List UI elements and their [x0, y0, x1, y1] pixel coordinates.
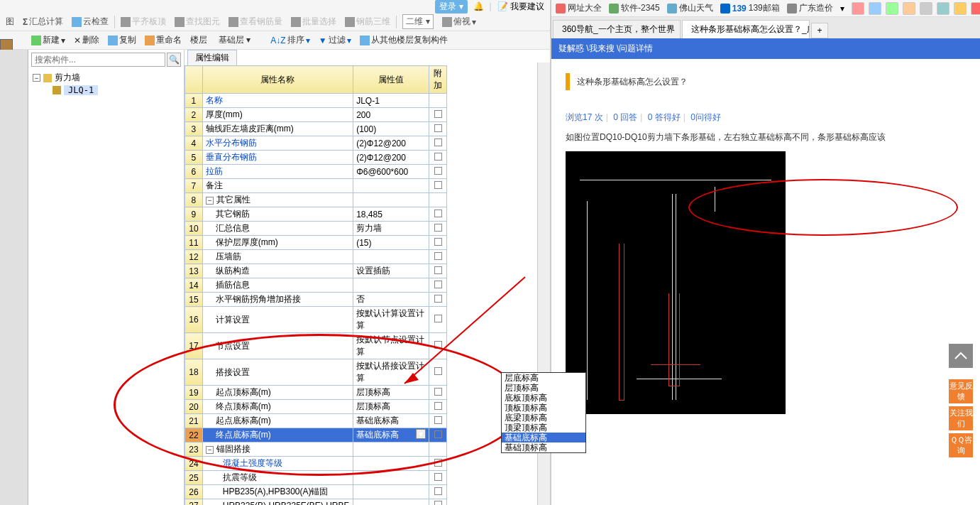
checkbox[interactable]: [434, 402, 442, 410]
property-value[interactable]: 按默认节点设置计算: [353, 333, 429, 359]
dropdown-arrow-icon[interactable]: ▾: [416, 429, 426, 439]
property-value[interactable]: 18,485: [353, 207, 429, 222]
checkbox[interactable]: [434, 459, 442, 467]
property-value[interactable]: 剪力墙: [353, 222, 429, 236]
property-value[interactable]: 200: [353, 108, 429, 122]
tool-copy-from[interactable]: 从其他楼层复制构件: [357, 33, 451, 48]
property-row[interactable]: 6拉筋Φ6@600*600: [185, 165, 447, 179]
checkbox[interactable]: [434, 124, 442, 132]
checkbox[interactable]: [434, 238, 442, 246]
search-input[interactable]: [31, 53, 165, 67]
checkbox[interactable]: [434, 266, 442, 274]
new-tab-button[interactable]: +: [811, 23, 828, 38]
group-expander-icon[interactable]: −: [206, 197, 214, 205]
property-value[interactable]: [353, 250, 429, 264]
ext-icon[interactable]: [920, 2, 932, 15]
property-row[interactable]: 2厚度(mm)200: [185, 108, 447, 122]
dropdown-option[interactable]: 顶板顶标高: [502, 403, 585, 413]
property-row[interactable]: 23−锚固搭接: [185, 442, 447, 457]
property-value[interactable]: [353, 471, 429, 485]
property-value[interactable]: 基础底标高▾: [353, 428, 429, 442]
property-row[interactable]: 27HRB335(B),HRB335E(BE),HRBF: [185, 499, 447, 506]
tool-filter[interactable]: ▼ 过滤 ▾: [316, 33, 354, 48]
follow-button[interactable]: 关注我们: [949, 406, 973, 430]
property-row[interactable]: 8−其它属性: [185, 193, 447, 207]
bookmark-item[interactable]: 139139邮箱: [720, 2, 780, 14]
property-row[interactable]: 1名称JLQ-1: [185, 94, 447, 108]
ext-icon[interactable]: [852, 2, 864, 15]
property-row[interactable]: 5垂直分布钢筋(2)Φ12@200: [185, 151, 447, 165]
property-value[interactable]: (2)Φ12@200: [353, 151, 429, 165]
feedback-button[interactable]: 意见反馈: [949, 379, 973, 403]
checkbox[interactable]: [434, 167, 442, 175]
meta-answers[interactable]: 0 回答: [613, 112, 637, 122]
property-value[interactable]: 层顶标高: [353, 400, 429, 414]
property-row[interactable]: 17节点设置按默认节点设置计算: [185, 333, 447, 359]
ext-icon[interactable]: [886, 2, 898, 15]
property-tab[interactable]: 属性编辑: [187, 50, 237, 65]
property-value[interactable]: (100): [353, 122, 429, 136]
dropdown-option[interactable]: 底梁顶标高: [502, 413, 585, 423]
search-button[interactable]: 🔍: [167, 53, 181, 67]
property-value[interactable]: Φ6@600*600: [353, 165, 429, 179]
checkbox[interactable]: [434, 487, 442, 495]
property-value[interactable]: 按默认搭接设置计算: [353, 359, 429, 386]
dropdown-option[interactable]: 底板顶标高: [502, 393, 585, 403]
browser-tab[interactable]: 360导航_一个主页，整个世界×: [553, 20, 681, 38]
property-value[interactable]: JLQ-1: [353, 94, 429, 108]
property-row[interactable]: 10汇总信息剪力墙: [185, 222, 447, 236]
property-row[interactable]: 20终点顶标高(m)层顶标高: [185, 400, 447, 414]
login-button[interactable]: 登录 ▾: [435, 0, 467, 13]
expand-icon[interactable]: −: [33, 74, 40, 82]
property-row[interactable]: 19起点顶标高(m)层顶标高: [185, 386, 447, 400]
scroll-top-button[interactable]: [949, 344, 973, 368]
ext-icon[interactable]: [971, 2, 980, 15]
tool-sum[interactable]: Σ 汇总计算: [20, 14, 66, 29]
floor-dropdown[interactable]: 基础层 ▾: [213, 32, 265, 48]
property-value[interactable]: [353, 179, 429, 193]
tool-copy[interactable]: 复制: [105, 33, 139, 48]
tree-root-label[interactable]: 剪力墙: [55, 72, 80, 84]
elevation-dropdown[interactable]: 层底标高层顶标高底板顶标高顶板顶标高底梁顶标高顶梁顶标高基础底标高基础顶标高: [501, 372, 586, 453]
checkbox[interactable]: [434, 315, 442, 322]
checkbox[interactable]: [434, 416, 442, 424]
property-row[interactable]: 16计算设置按默认计算设置计算: [185, 307, 447, 333]
view-2d-dropdown[interactable]: 二维 ▾: [400, 13, 436, 31]
property-value[interactable]: (2)Φ12@200: [353, 136, 429, 151]
tool-tu[interactable]: 图: [3, 14, 17, 29]
checkbox[interactable]: [434, 388, 442, 396]
property-value[interactable]: [353, 442, 429, 457]
property-value[interactable]: [353, 499, 429, 506]
property-row[interactable]: 13纵筋构造设置插筋: [185, 264, 447, 278]
checkbox[interactable]: [434, 181, 442, 189]
bell-icon[interactable]: 🔔: [473, 1, 484, 11]
property-row[interactable]: 12压墙筋: [185, 250, 447, 264]
checkbox[interactable]: [434, 110, 442, 118]
qq-button[interactable]: ＱＱ咨询: [949, 433, 973, 457]
checkbox[interactable]: [434, 430, 442, 438]
checkbox[interactable]: [434, 224, 442, 232]
ext-icon[interactable]: [903, 2, 915, 15]
property-row[interactable]: 15水平钢筋拐角增加搭接否: [185, 293, 447, 307]
tool-new[interactable]: 新建 ▾: [28, 33, 68, 48]
property-row[interactable]: 18搭接设置按默认搭接设置计算: [185, 359, 447, 386]
checkbox[interactable]: [434, 473, 442, 481]
meta-ask[interactable]: 0问得好: [690, 112, 721, 122]
dropdown-option[interactable]: 基础底标高: [502, 433, 585, 442]
property-value[interactable]: 设置插筋: [353, 264, 429, 278]
ext-icon[interactable]: [937, 2, 949, 15]
checkbox[interactable]: [434, 281, 442, 288]
property-row[interactable]: 26HPB235(A),HPB300(A)锚固: [185, 485, 447, 499]
property-row[interactable]: 22终点底标高(m)基础底标高▾: [185, 428, 447, 442]
tree-child-label[interactable]: JLQ-1: [64, 85, 98, 95]
property-row[interactable]: 9其它钢筋18,485: [185, 207, 447, 222]
property-row[interactable]: 25抗震等级: [185, 471, 447, 485]
property-row[interactable]: 14插筋信息: [185, 278, 447, 293]
tool-sort[interactable]: A↓Z 排序 ▾: [268, 33, 312, 48]
ext-icon[interactable]: [869, 2, 881, 15]
checkbox[interactable]: [434, 295, 442, 303]
checkbox[interactable]: [434, 367, 442, 375]
tool-delete[interactable]: ✕ 删除: [71, 33, 102, 48]
tool-cloud[interactable]: 云检查: [69, 14, 111, 29]
meta-good[interactable]: 0 答得好: [648, 112, 681, 122]
